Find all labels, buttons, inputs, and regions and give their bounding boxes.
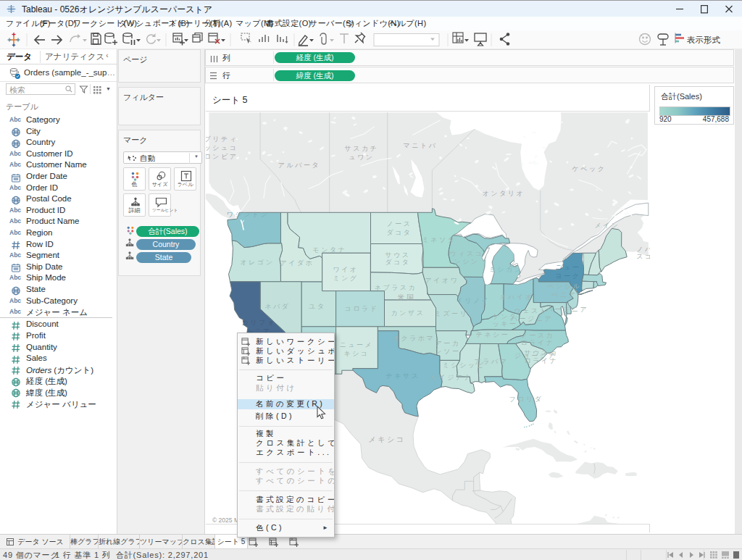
svg-text:ケベック: ケベック (572, 165, 606, 172)
svg-text:表示形式: 表示形式 (687, 35, 721, 44)
svg-text:イリノイ: イリノイ (457, 297, 491, 304)
svg-text:アルバータ: アルバータ (278, 162, 320, 169)
svg-text:ダコタ: ダコタ (386, 229, 412, 236)
svg-text:ネバダ: ネバダ (264, 303, 290, 310)
svg-text:サウス: サウス (385, 251, 410, 259)
svg-text:ニュー: ニュー (556, 264, 581, 271)
svg-text:アイオワ: アイオワ (425, 277, 459, 284)
svg-text:ワシントン: ワシントン (227, 211, 270, 218)
svg-text:オレゴン: オレゴン (241, 259, 275, 266)
svg-text:ミズーリ: ミズーリ (435, 310, 469, 317)
svg-text:ウェスト: ウェスト (514, 307, 549, 314)
svg-text:メイン: メイン (594, 222, 620, 229)
svg-text:ミネソタ: ミネソタ (422, 236, 457, 243)
svg-text:ベニア: ベニア (551, 291, 577, 298)
svg-text:モンタナ: モンタナ (313, 246, 347, 254)
svg-text:バージニア: バージニア (546, 306, 588, 313)
svg-text:ノースカ: ノースカ (521, 332, 555, 339)
svg-text:ノース: ノース (387, 220, 412, 227)
svg-text:ンシン: ンシン (454, 258, 479, 265)
svg-text:ヨーク: ヨーク (556, 272, 581, 280)
svg-text:ロライナ: ロライナ (525, 357, 559, 364)
svg-text:ノバ: ノバ (636, 246, 650, 253)
svg-text:ミシガン: ミシガン (489, 266, 523, 273)
svg-text:キシコ: キシコ (343, 350, 369, 357)
svg-text:サスカチ: サスカチ (345, 145, 379, 152)
svg-text:ユタ: ユタ (309, 303, 325, 310)
svg-text:カンザス: カンザス (391, 309, 425, 317)
svg-text:ルイジアナ: ルイジアナ (430, 374, 473, 381)
svg-text:米国: 米国 (397, 293, 416, 301)
svg-text:テキサス: テキサス (386, 372, 420, 380)
svg-text:ネブラスカ: ネブラスカ (375, 284, 417, 291)
svg-text:スコ: スコ (636, 253, 650, 260)
svg-text:フロリダ: フロリダ (509, 396, 543, 403)
svg-text:ミング: ミング (333, 275, 358, 282)
svg-text:オハイオ: オハイオ (500, 293, 534, 301)
svg-text:ッシュコ: ッシュコ (206, 144, 238, 151)
svg-text:ブリティ: ブリティ (206, 135, 238, 143)
svg-text:コロラド: コロラド (345, 305, 379, 312)
svg-text:ワイオ: ワイオ (333, 266, 358, 273)
svg-text:バージニア: バージニア (510, 315, 553, 322)
svg-text:サウスカ: サウスカ (525, 349, 559, 356)
svg-text:テネシー: テネシー (476, 331, 510, 338)
svg-text:ロライナ: ロライナ (521, 339, 555, 346)
svg-text:カリフォ: カリフォ (242, 319, 276, 326)
svg-text:ュワン: ュワン (349, 154, 374, 161)
svg-text:アラバマ: アラバマ (475, 358, 509, 365)
svg-text:ンソー: ンソー (435, 348, 461, 355)
svg-text:マニトバ: マニトバ (404, 142, 438, 149)
svg-text:オンタリオ: オンタリオ (483, 190, 525, 197)
svg-text:ダコタ: ダコタ (385, 259, 410, 266)
svg-text:ウィスコ: ウィスコ (450, 250, 484, 257)
svg-text:ペンシル: ペンシル (548, 283, 582, 290)
svg-text:アイダホ: アイダホ (280, 259, 314, 267)
svg-text:ニューメ: ニューメ (340, 341, 374, 348)
svg-text:メキシコ: メキシコ (369, 435, 406, 443)
svg-text:ロンビア: ロンビア (206, 153, 238, 160)
svg-text:アーカ: アーカ (435, 340, 461, 347)
svg-text:オクラホマ: オクラホマ (393, 335, 435, 342)
